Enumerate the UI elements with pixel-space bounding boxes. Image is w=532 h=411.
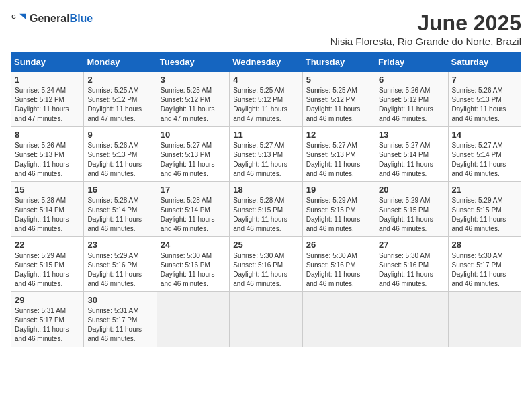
logo-general: General xyxy=(30,13,70,24)
day-info: Sunrise: 5:26 AM Sunset: 5:13 PM Dayligh… xyxy=(87,141,152,179)
day-number: 5 xyxy=(306,75,371,85)
day-number: 30 xyxy=(87,295,152,305)
calendar-week-row: 29Sunrise: 5:31 AM Sunset: 5:17 PM Dayli… xyxy=(11,292,521,347)
day-number: 12 xyxy=(306,130,371,140)
day-info: Sunrise: 5:27 AM Sunset: 5:13 PM Dayligh… xyxy=(161,141,226,179)
day-number: 18 xyxy=(233,185,298,195)
table-row xyxy=(302,292,375,347)
table-row: 15Sunrise: 5:28 AM Sunset: 5:14 PM Dayli… xyxy=(11,182,84,237)
table-row: 10Sunrise: 5:27 AM Sunset: 5:13 PM Dayli… xyxy=(157,127,229,182)
day-info: Sunrise: 5:30 AM Sunset: 5:16 PM Dayligh… xyxy=(161,251,226,289)
table-row: 18Sunrise: 5:28 AM Sunset: 5:15 PM Dayli… xyxy=(230,182,302,237)
table-row: 27Sunrise: 5:30 AM Sunset: 5:16 PM Dayli… xyxy=(375,237,448,292)
day-info: Sunrise: 5:25 AM Sunset: 5:12 PM Dayligh… xyxy=(161,86,226,124)
day-number: 11 xyxy=(233,130,298,140)
table-row: 19Sunrise: 5:29 AM Sunset: 5:15 PM Dayli… xyxy=(302,182,375,237)
day-info: Sunrise: 5:28 AM Sunset: 5:14 PM Dayligh… xyxy=(87,196,152,234)
table-row: 22Sunrise: 5:29 AM Sunset: 5:15 PM Dayli… xyxy=(11,237,84,292)
day-number: 13 xyxy=(379,130,444,140)
table-row: 9Sunrise: 5:26 AM Sunset: 5:13 PM Daylig… xyxy=(84,127,157,182)
table-row: 13Sunrise: 5:27 AM Sunset: 5:14 PM Dayli… xyxy=(375,127,448,182)
table-row xyxy=(375,292,448,347)
table-row: 8Sunrise: 5:26 AM Sunset: 5:13 PM Daylig… xyxy=(11,127,84,182)
day-number: 15 xyxy=(15,185,80,195)
table-row: 30Sunrise: 5:31 AM Sunset: 5:17 PM Dayli… xyxy=(84,292,157,347)
day-info: Sunrise: 5:30 AM Sunset: 5:17 PM Dayligh… xyxy=(452,251,517,289)
table-row: 28Sunrise: 5:30 AM Sunset: 5:17 PM Dayli… xyxy=(448,237,521,292)
day-info: Sunrise: 5:27 AM Sunset: 5:14 PM Dayligh… xyxy=(452,141,517,179)
day-number: 17 xyxy=(161,185,226,195)
table-row: 24Sunrise: 5:30 AM Sunset: 5:16 PM Dayli… xyxy=(157,237,229,292)
day-number: 20 xyxy=(379,185,444,195)
day-info: Sunrise: 5:31 AM Sunset: 5:17 PM Dayligh… xyxy=(15,306,80,344)
svg-text:G: G xyxy=(11,13,16,20)
table-row: 2Sunrise: 5:25 AM Sunset: 5:12 PM Daylig… xyxy=(84,72,157,127)
day-number: 19 xyxy=(306,185,371,195)
table-row: 21Sunrise: 5:29 AM Sunset: 5:15 PM Dayli… xyxy=(448,182,521,237)
day-number: 21 xyxy=(452,185,517,195)
day-number: 8 xyxy=(15,130,80,140)
day-number: 25 xyxy=(233,240,298,250)
logo-blue: Blue xyxy=(70,13,93,24)
calendar-week-row: 15Sunrise: 5:28 AM Sunset: 5:14 PM Dayli… xyxy=(11,182,521,237)
col-tuesday: Tuesday xyxy=(157,53,229,72)
col-thursday: Thursday xyxy=(302,53,375,72)
calendar-table: Sunday Monday Tuesday Wednesday Thursday… xyxy=(11,52,521,347)
day-info: Sunrise: 5:27 AM Sunset: 5:13 PM Dayligh… xyxy=(233,141,298,179)
day-number: 28 xyxy=(452,240,517,250)
day-info: Sunrise: 5:25 AM Sunset: 5:12 PM Dayligh… xyxy=(233,86,298,124)
day-info: Sunrise: 5:29 AM Sunset: 5:15 PM Dayligh… xyxy=(379,196,444,234)
logo-icon: G xyxy=(11,11,27,27)
day-number: 22 xyxy=(15,240,80,250)
day-info: Sunrise: 5:28 AM Sunset: 5:14 PM Dayligh… xyxy=(15,196,80,234)
table-row: 4Sunrise: 5:25 AM Sunset: 5:12 PM Daylig… xyxy=(230,72,302,127)
svg-marker-1 xyxy=(19,14,26,19)
day-info: Sunrise: 5:27 AM Sunset: 5:14 PM Dayligh… xyxy=(379,141,444,179)
day-info: Sunrise: 5:24 AM Sunset: 5:12 PM Dayligh… xyxy=(15,86,80,124)
col-friday: Friday xyxy=(375,53,448,72)
day-number: 9 xyxy=(87,130,152,140)
table-row: 12Sunrise: 5:27 AM Sunset: 5:13 PM Dayli… xyxy=(302,127,375,182)
day-number: 24 xyxy=(161,240,226,250)
day-info: Sunrise: 5:29 AM Sunset: 5:15 PM Dayligh… xyxy=(15,251,80,289)
day-info: Sunrise: 5:27 AM Sunset: 5:13 PM Dayligh… xyxy=(306,141,371,179)
page-header: G GeneralBlue June 2025 Nisia Floresta, … xyxy=(11,11,521,47)
day-info: Sunrise: 5:31 AM Sunset: 5:17 PM Dayligh… xyxy=(87,306,152,344)
table-row: 6Sunrise: 5:26 AM Sunset: 5:12 PM Daylig… xyxy=(375,72,448,127)
table-row xyxy=(230,292,302,347)
col-monday: Monday xyxy=(84,53,157,72)
calendar-week-row: 1Sunrise: 5:24 AM Sunset: 5:12 PM Daylig… xyxy=(11,72,521,127)
day-info: Sunrise: 5:30 AM Sunset: 5:16 PM Dayligh… xyxy=(379,251,444,289)
calendar-subtitle: Nisia Floresta, Rio Grande do Norte, Bra… xyxy=(330,36,521,47)
day-number: 2 xyxy=(87,75,152,85)
day-info: Sunrise: 5:26 AM Sunset: 5:12 PM Dayligh… xyxy=(379,86,444,124)
calendar-header-row: Sunday Monday Tuesday Wednesday Thursday… xyxy=(11,53,521,72)
col-sunday: Sunday xyxy=(11,53,84,72)
table-row: 3Sunrise: 5:25 AM Sunset: 5:12 PM Daylig… xyxy=(157,72,229,127)
calendar-title: June 2025 xyxy=(330,11,521,36)
calendar-week-row: 22Sunrise: 5:29 AM Sunset: 5:15 PM Dayli… xyxy=(11,237,521,292)
day-number: 14 xyxy=(452,130,517,140)
day-info: Sunrise: 5:30 AM Sunset: 5:16 PM Dayligh… xyxy=(233,251,298,289)
day-number: 23 xyxy=(87,240,152,250)
day-number: 26 xyxy=(306,240,371,250)
day-info: Sunrise: 5:28 AM Sunset: 5:15 PM Dayligh… xyxy=(233,196,298,234)
table-row: 25Sunrise: 5:30 AM Sunset: 5:16 PM Dayli… xyxy=(230,237,302,292)
table-row: 5Sunrise: 5:25 AM Sunset: 5:12 PM Daylig… xyxy=(302,72,375,127)
day-number: 10 xyxy=(161,130,226,140)
table-row: 23Sunrise: 5:29 AM Sunset: 5:16 PM Dayli… xyxy=(84,237,157,292)
day-info: Sunrise: 5:29 AM Sunset: 5:15 PM Dayligh… xyxy=(306,196,371,234)
logo: G GeneralBlue xyxy=(11,11,93,27)
day-info: Sunrise: 5:29 AM Sunset: 5:16 PM Dayligh… xyxy=(87,251,152,289)
col-saturday: Saturday xyxy=(448,53,521,72)
table-row: 29Sunrise: 5:31 AM Sunset: 5:17 PM Dayli… xyxy=(11,292,84,347)
col-wednesday: Wednesday xyxy=(230,53,302,72)
calendar-week-row: 8Sunrise: 5:26 AM Sunset: 5:13 PM Daylig… xyxy=(11,127,521,182)
day-info: Sunrise: 5:26 AM Sunset: 5:13 PM Dayligh… xyxy=(15,141,80,179)
day-number: 27 xyxy=(379,240,444,250)
table-row: 14Sunrise: 5:27 AM Sunset: 5:14 PM Dayli… xyxy=(448,127,521,182)
day-info: Sunrise: 5:28 AM Sunset: 5:14 PM Dayligh… xyxy=(161,196,226,234)
day-number: 3 xyxy=(161,75,226,85)
table-row: 17Sunrise: 5:28 AM Sunset: 5:14 PM Dayli… xyxy=(157,182,229,237)
day-info: Sunrise: 5:26 AM Sunset: 5:13 PM Dayligh… xyxy=(452,86,517,124)
